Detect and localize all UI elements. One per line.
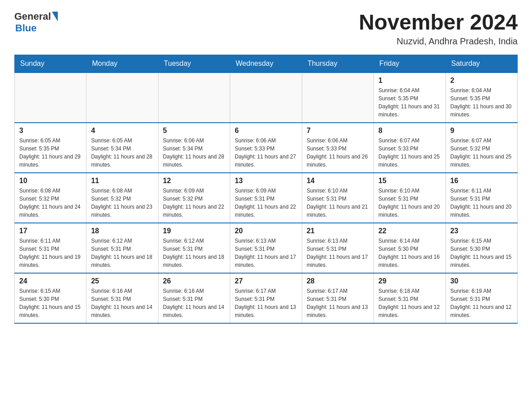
col-monday: Monday xyxy=(86,55,158,73)
day-info: Sunrise: 6:17 AMSunset: 5:31 PMDaylight:… xyxy=(307,287,369,319)
day-info: Sunrise: 6:10 AMSunset: 5:31 PMDaylight:… xyxy=(307,187,369,219)
day-number: 28 xyxy=(307,277,369,285)
day-info: Sunrise: 6:06 AMSunset: 5:34 PMDaylight:… xyxy=(163,137,225,169)
table-row: 24Sunrise: 6:15 AMSunset: 5:30 PMDayligh… xyxy=(15,273,86,323)
page-header: General Blue November 2024 Nuzvid, Andhr… xyxy=(14,11,518,47)
calendar-row: 10Sunrise: 6:08 AMSunset: 5:32 PMDayligh… xyxy=(15,173,518,223)
day-info: Sunrise: 6:04 AMSunset: 5:35 PMDaylight:… xyxy=(450,86,513,119)
col-thursday: Thursday xyxy=(302,55,373,73)
day-info: Sunrise: 6:16 AMSunset: 5:31 PMDaylight:… xyxy=(163,287,225,319)
day-info: Sunrise: 6:17 AMSunset: 5:31 PMDaylight:… xyxy=(235,287,297,319)
table-row: 20Sunrise: 6:13 AMSunset: 5:31 PMDayligh… xyxy=(230,223,302,273)
day-info: Sunrise: 6:06 AMSunset: 5:33 PMDaylight:… xyxy=(307,137,369,169)
table-row xyxy=(230,73,302,123)
day-number: 23 xyxy=(450,227,513,235)
table-row: 11Sunrise: 6:08 AMSunset: 5:32 PMDayligh… xyxy=(86,173,158,223)
col-friday: Friday xyxy=(374,55,446,73)
col-saturday: Saturday xyxy=(446,55,517,73)
day-number: 6 xyxy=(235,127,297,135)
day-info: Sunrise: 6:12 AMSunset: 5:31 PMDaylight:… xyxy=(163,237,225,269)
day-number: 1 xyxy=(378,77,441,85)
table-row: 7Sunrise: 6:06 AMSunset: 5:33 PMDaylight… xyxy=(302,123,373,173)
day-number: 29 xyxy=(378,277,441,285)
logo: General Blue xyxy=(14,11,58,34)
day-info: Sunrise: 6:16 AMSunset: 5:31 PMDaylight:… xyxy=(91,287,153,319)
table-row: 30Sunrise: 6:19 AMSunset: 5:31 PMDayligh… xyxy=(446,273,517,323)
table-row: 26Sunrise: 6:16 AMSunset: 5:31 PMDayligh… xyxy=(158,273,230,323)
logo-triangle-icon xyxy=(52,12,58,21)
table-row: 4Sunrise: 6:05 AMSunset: 5:34 PMDaylight… xyxy=(86,123,158,173)
day-number: 10 xyxy=(19,177,82,185)
day-info: Sunrise: 6:10 AMSunset: 5:31 PMDaylight:… xyxy=(378,187,441,219)
table-row xyxy=(302,73,373,123)
day-number: 7 xyxy=(307,127,369,135)
day-number: 19 xyxy=(163,227,225,235)
table-row: 5Sunrise: 6:06 AMSunset: 5:34 PMDaylight… xyxy=(158,123,230,173)
day-number: 13 xyxy=(235,177,297,185)
col-wednesday: Wednesday xyxy=(230,55,302,73)
calendar-row: 24Sunrise: 6:15 AMSunset: 5:30 PMDayligh… xyxy=(15,273,518,323)
day-number: 22 xyxy=(378,227,441,235)
day-info: Sunrise: 6:15 AMSunset: 5:30 PMDaylight:… xyxy=(450,237,513,269)
day-number: 4 xyxy=(91,127,153,135)
table-row: 13Sunrise: 6:09 AMSunset: 5:31 PMDayligh… xyxy=(230,173,302,223)
day-number: 18 xyxy=(91,227,153,235)
day-number: 14 xyxy=(307,177,369,185)
table-row: 27Sunrise: 6:17 AMSunset: 5:31 PMDayligh… xyxy=(230,273,302,323)
table-row: 25Sunrise: 6:16 AMSunset: 5:31 PMDayligh… xyxy=(86,273,158,323)
table-row: 16Sunrise: 6:11 AMSunset: 5:31 PMDayligh… xyxy=(446,173,517,223)
logo-general-text: General xyxy=(14,11,51,22)
day-info: Sunrise: 6:04 AMSunset: 5:35 PMDaylight:… xyxy=(378,86,441,119)
day-info: Sunrise: 6:19 AMSunset: 5:31 PMDaylight:… xyxy=(450,287,513,319)
table-row: 10Sunrise: 6:08 AMSunset: 5:32 PMDayligh… xyxy=(15,173,86,223)
logo-blue-text: Blue xyxy=(15,22,37,34)
day-info: Sunrise: 6:05 AMSunset: 5:35 PMDaylight:… xyxy=(19,137,82,169)
day-number: 30 xyxy=(450,277,513,285)
table-row: 29Sunrise: 6:18 AMSunset: 5:31 PMDayligh… xyxy=(374,273,446,323)
day-info: Sunrise: 6:13 AMSunset: 5:31 PMDaylight:… xyxy=(307,237,369,269)
day-info: Sunrise: 6:08 AMSunset: 5:32 PMDaylight:… xyxy=(91,187,153,219)
table-row: 9Sunrise: 6:07 AMSunset: 5:32 PMDaylight… xyxy=(446,123,517,173)
table-row: 12Sunrise: 6:09 AMSunset: 5:32 PMDayligh… xyxy=(158,173,230,223)
day-number: 12 xyxy=(163,177,225,185)
day-info: Sunrise: 6:13 AMSunset: 5:31 PMDaylight:… xyxy=(235,237,297,269)
day-info: Sunrise: 6:15 AMSunset: 5:30 PMDaylight:… xyxy=(19,287,82,319)
table-row xyxy=(158,73,230,123)
day-number: 15 xyxy=(378,177,441,185)
table-row: 17Sunrise: 6:11 AMSunset: 5:31 PMDayligh… xyxy=(15,223,86,273)
day-info: Sunrise: 6:09 AMSunset: 5:31 PMDaylight:… xyxy=(235,187,297,219)
table-row xyxy=(86,73,158,123)
table-row: 23Sunrise: 6:15 AMSunset: 5:30 PMDayligh… xyxy=(446,223,517,273)
day-number: 17 xyxy=(19,227,82,235)
day-info: Sunrise: 6:07 AMSunset: 5:33 PMDaylight:… xyxy=(378,137,441,169)
day-info: Sunrise: 6:14 AMSunset: 5:30 PMDaylight:… xyxy=(378,237,441,269)
table-row: 14Sunrise: 6:10 AMSunset: 5:31 PMDayligh… xyxy=(302,173,373,223)
table-row: 2Sunrise: 6:04 AMSunset: 5:35 PMDaylight… xyxy=(446,73,517,123)
day-info: Sunrise: 6:11 AMSunset: 5:31 PMDaylight:… xyxy=(450,187,513,219)
table-row: 21Sunrise: 6:13 AMSunset: 5:31 PMDayligh… xyxy=(302,223,373,273)
day-info: Sunrise: 6:11 AMSunset: 5:31 PMDaylight:… xyxy=(19,237,82,269)
calendar-row: 3Sunrise: 6:05 AMSunset: 5:35 PMDaylight… xyxy=(15,123,518,173)
day-info: Sunrise: 6:12 AMSunset: 5:31 PMDaylight:… xyxy=(91,237,153,269)
day-number: 21 xyxy=(307,227,369,235)
calendar-title: November 2024 xyxy=(359,11,518,34)
day-number: 16 xyxy=(450,177,513,185)
day-number: 24 xyxy=(19,277,82,285)
day-info: Sunrise: 6:18 AMSunset: 5:31 PMDaylight:… xyxy=(378,287,441,319)
day-info: Sunrise: 6:07 AMSunset: 5:32 PMDaylight:… xyxy=(450,137,513,169)
day-info: Sunrise: 6:08 AMSunset: 5:32 PMDaylight:… xyxy=(19,187,82,219)
calendar-row: 17Sunrise: 6:11 AMSunset: 5:31 PMDayligh… xyxy=(15,223,518,273)
table-row: 8Sunrise: 6:07 AMSunset: 5:33 PMDaylight… xyxy=(374,123,446,173)
col-sunday: Sunday xyxy=(15,55,86,73)
day-info: Sunrise: 6:09 AMSunset: 5:32 PMDaylight:… xyxy=(163,187,225,219)
day-info: Sunrise: 6:06 AMSunset: 5:33 PMDaylight:… xyxy=(235,137,297,169)
day-number: 9 xyxy=(450,127,513,135)
table-row: 15Sunrise: 6:10 AMSunset: 5:31 PMDayligh… xyxy=(374,173,446,223)
table-row: 6Sunrise: 6:06 AMSunset: 5:33 PMDaylight… xyxy=(230,123,302,173)
day-number: 20 xyxy=(235,227,297,235)
calendar-row: 1Sunrise: 6:04 AMSunset: 5:35 PMDaylight… xyxy=(15,73,518,123)
table-row: 1Sunrise: 6:04 AMSunset: 5:35 PMDaylight… xyxy=(374,73,446,123)
day-number: 11 xyxy=(91,177,153,185)
day-number: 27 xyxy=(235,277,297,285)
day-number: 25 xyxy=(91,277,153,285)
